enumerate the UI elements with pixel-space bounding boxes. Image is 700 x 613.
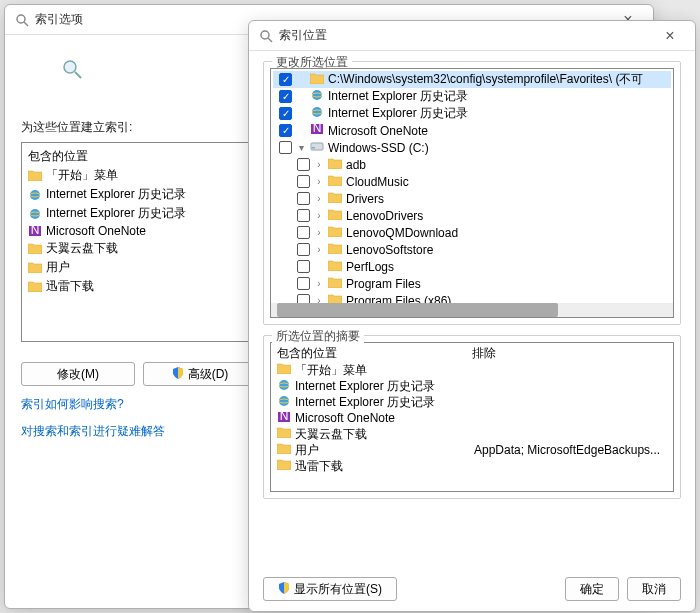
- list-item[interactable]: 「开始」菜单: [28, 166, 250, 185]
- tree-row-label: LenovoSoftstore: [346, 243, 433, 257]
- list-item[interactable]: 迅雷下载: [28, 277, 250, 296]
- checkbox[interactable]: [297, 175, 310, 188]
- checkbox[interactable]: ✓: [279, 124, 292, 137]
- tree-row-label: Internet Explorer 历史记录: [328, 88, 468, 105]
- tree-row[interactable]: ›LenovoQMDownload: [273, 224, 671, 241]
- ok-button[interactable]: 确定: [565, 577, 619, 601]
- tree-row[interactable]: ✓NMicrosoft OneNote: [273, 122, 671, 139]
- summary-label: Internet Explorer 历史记录: [295, 394, 435, 411]
- tree-row[interactable]: PerfLogs: [273, 258, 671, 275]
- folder-icon: [310, 73, 324, 87]
- checkbox[interactable]: [279, 141, 292, 154]
- checkbox[interactable]: ✓: [279, 107, 292, 120]
- tree-row-label: LenovoQMDownload: [346, 226, 458, 240]
- tree-row[interactable]: ✓C:\Windows\system32\config\systemprofil…: [273, 71, 671, 88]
- tree-row-label: Drivers: [346, 192, 384, 206]
- expander-icon[interactable]: ›: [314, 159, 324, 170]
- modify-button[interactable]: 修改(M): [21, 362, 135, 386]
- list-item[interactable]: 天翼云盘下载: [28, 239, 250, 258]
- checkbox[interactable]: [297, 192, 310, 205]
- expander-icon[interactable]: ›: [314, 295, 324, 303]
- show-all-button[interactable]: 显示所有位置(S): [263, 577, 397, 601]
- location-tree[interactable]: ✓C:\Windows\system32\config\systemprofil…: [270, 68, 674, 318]
- expander-icon[interactable]: ›: [314, 244, 324, 255]
- folder-icon: [277, 459, 291, 473]
- checkbox[interactable]: [297, 226, 310, 239]
- list-item[interactable]: Internet Explorer 历史记录: [28, 185, 250, 204]
- list-item[interactable]: NMicrosoft OneNote: [28, 223, 250, 239]
- tree-row-label: CloudMusic: [346, 175, 409, 189]
- close-icon[interactable]: ×: [655, 27, 685, 45]
- summary-row[interactable]: 用户AppData; MicrosoftEdgeBackups...: [277, 442, 667, 458]
- tree-row[interactable]: ›LenovoSoftstore: [273, 241, 671, 258]
- list-item-label: 天翼云盘下载: [46, 240, 118, 257]
- expander-icon[interactable]: ›: [314, 210, 324, 221]
- advanced-button[interactable]: 高级(D): [143, 362, 257, 386]
- tree-row[interactable]: ›Program Files: [273, 275, 671, 292]
- folder-icon: [328, 209, 342, 223]
- list-item-label: 迅雷下载: [46, 278, 94, 295]
- summary-list[interactable]: 包含的位置 排除 「开始」菜单Internet Explorer 历史记录Int…: [270, 342, 674, 492]
- tree-row[interactable]: ✓Internet Explorer 历史记录: [273, 105, 671, 122]
- summary-row[interactable]: NMicrosoft OneNote: [277, 410, 667, 426]
- cancel-button[interactable]: 取消: [627, 577, 681, 601]
- tree-row[interactable]: ›LenovoDrivers: [273, 207, 671, 224]
- expander-icon[interactable]: ›: [314, 176, 324, 187]
- checkbox[interactable]: [297, 209, 310, 222]
- svg-point-6: [30, 209, 40, 219]
- list-item-label: 用户: [46, 259, 70, 276]
- folder-icon: [328, 226, 342, 240]
- included-header: 包含的位置: [28, 147, 250, 166]
- list-item-label: 「开始」菜单: [46, 167, 118, 184]
- tree-row[interactable]: ›adb: [273, 156, 671, 173]
- checkbox[interactable]: ✓: [279, 73, 292, 86]
- ie-icon: [277, 379, 291, 394]
- checkbox[interactable]: [297, 260, 310, 273]
- checkbox[interactable]: ✓: [279, 90, 292, 103]
- folder-icon: [28, 243, 42, 255]
- onenote-icon: N: [277, 411, 291, 426]
- horizontal-scrollbar[interactable]: [271, 303, 673, 317]
- summary-label: 「开始」菜单: [295, 362, 367, 379]
- summary-row[interactable]: 「开始」菜单: [277, 362, 667, 378]
- folder-icon: [328, 243, 342, 257]
- titlebar[interactable]: 索引位置 ×: [249, 21, 695, 51]
- ie-icon: [28, 208, 42, 220]
- summary-row[interactable]: Internet Explorer 历史记录: [277, 378, 667, 394]
- tree-row[interactable]: ✓Internet Explorer 历史记录: [273, 88, 671, 105]
- folder-icon: [277, 443, 291, 457]
- svg-rect-19: [312, 147, 315, 149]
- tree-row-label: LenovoDrivers: [346, 209, 423, 223]
- tree-row[interactable]: ›Program Files (x86): [273, 292, 671, 303]
- expander-icon[interactable]: ▾: [296, 142, 306, 153]
- ie-icon: [310, 106, 324, 121]
- checkbox[interactable]: [297, 158, 310, 171]
- shield-icon: [172, 367, 184, 382]
- list-item[interactable]: Internet Explorer 历史记录: [28, 204, 250, 223]
- search-icon: [15, 13, 29, 27]
- ie-icon: [28, 189, 42, 201]
- included-locations-list[interactable]: 包含的位置 「开始」菜单Internet Explorer 历史记录Intern…: [21, 142, 257, 342]
- expander-icon[interactable]: ›: [314, 278, 324, 289]
- folder-icon: [328, 158, 342, 172]
- tree-row[interactable]: ▾Windows-SSD (C:): [273, 139, 671, 156]
- summary-row[interactable]: Internet Explorer 历史记录: [277, 394, 667, 410]
- tree-row-label: Internet Explorer 历史记录: [328, 105, 468, 122]
- summary-row[interactable]: 天翼云盘下载: [277, 426, 667, 442]
- checkbox[interactable]: [297, 294, 310, 303]
- list-item[interactable]: 用户: [28, 258, 250, 277]
- expander-icon[interactable]: ›: [314, 193, 324, 204]
- checkbox[interactable]: [297, 243, 310, 256]
- ie-icon: [310, 89, 324, 104]
- tree-row[interactable]: ›Drivers: [273, 190, 671, 207]
- checkbox[interactable]: [297, 277, 310, 290]
- svg-point-22: [279, 396, 289, 406]
- tree-row[interactable]: ›CloudMusic: [273, 173, 671, 190]
- summary-row[interactable]: 迅雷下载: [277, 458, 667, 474]
- expander-icon[interactable]: ›: [314, 227, 324, 238]
- svg-point-12: [312, 90, 322, 100]
- summary-exclude: AppData; MicrosoftEdgeBackups...: [474, 443, 667, 457]
- svg-text:N: N: [280, 411, 289, 423]
- svg-point-2: [64, 61, 76, 73]
- ie-icon: [277, 395, 291, 410]
